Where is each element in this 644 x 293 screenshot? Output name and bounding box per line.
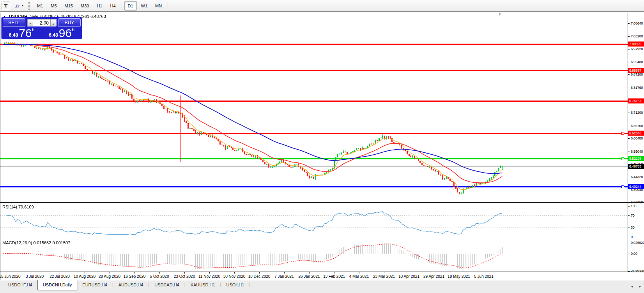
tab-usdcnh-daily[interactable]: USDCNH,Daily (37, 280, 78, 290)
date-axis-tickmark (159, 272, 160, 274)
chart-window: ▲ USDCNH,Daily 6.48367 6.48763 6.47261 6… (0, 12, 644, 280)
date-axis-tickmark (110, 272, 110, 274)
dropdown-caret-icon[interactable]: ▾ (22, 4, 23, 7)
date-axis-label: 11 Nov 2020 (198, 274, 220, 279)
price-axis-tickmark (628, 138, 630, 139)
macd-axis-tickmark (628, 243, 630, 243)
tab-scroll-right-icon[interactable]: ▸ (639, 284, 641, 288)
date-axis-tickmark (259, 272, 260, 274)
date-axis-tickmark (60, 272, 60, 274)
date-axis-tickmark (359, 272, 359, 274)
date-axis-tickmark (85, 272, 85, 274)
date-axis-tickmark (409, 272, 409, 274)
tab-audusd-h4[interactable]: AUDUSD,H4 (113, 280, 149, 289)
crayons-glyph (14, 3, 20, 9)
timeframe-button-w1[interactable]: W1 (138, 1, 151, 11)
rsi-canvas[interactable] (0, 204, 628, 238)
text-tool-button[interactable]: T (2, 2, 10, 10)
price-axis-tick: 6.87200 (631, 72, 643, 76)
buy-price-big: 96 (59, 28, 72, 38)
rsi-axis-tickmark (628, 206, 630, 207)
date-axis-label: 15 Jun 2020 (0, 274, 21, 279)
price-axis-tick: 7.03200 (631, 34, 643, 38)
sell-button[interactable]: SELL (3, 18, 25, 27)
panel-separator[interactable] (0, 239, 644, 239)
timeframe-button-m30[interactable]: M30 (77, 1, 92, 11)
price-divider (42, 28, 42, 38)
macd-axis[interactable]: 0.0256230.00-0.040687 (628, 240, 644, 272)
one-click-trading-panel: SELL ▼ 2.00 ▲ BUY 6.48766 6.48966 (1, 17, 82, 39)
panel-separator[interactable] (0, 202, 644, 203)
tab-usdcad-h4[interactable]: USDCAD,H4 (149, 280, 184, 289)
tab-usdchf-h4[interactable]: USDCHF,H4 (3, 280, 37, 289)
date-axis-label: 23 Oct 2020 (174, 274, 195, 279)
date-axis-label: 23 Mar 2021 (373, 274, 395, 279)
date-axis[interactable]: 15 Jun 20203 Jul 202022 Jul 202010 Aug 2… (0, 272, 628, 280)
macd-canvas[interactable] (0, 240, 628, 272)
toolbar-grip[interactable] (28, 2, 30, 10)
sell-price[interactable]: 6.48766 (2, 27, 41, 39)
tab-xauusd-h1[interactable]: XAUUSD,H1 (186, 280, 220, 289)
chart-tabs: USDCHF,H4USDCNH,DailyEURUSD,H4|AUDUSD,H4… (3, 280, 250, 290)
date-axis-tickmark (484, 272, 484, 274)
bid-price-label: 6.48763 (628, 164, 644, 169)
date-axis-label: 5 Oct 2020 (150, 274, 169, 279)
timeframe-button-mn[interactable]: MN (152, 1, 165, 11)
main-chart-canvas[interactable] (0, 13, 628, 202)
price-axis-tick: 6.65760 (631, 124, 643, 128)
volume-decrease-button[interactable]: ▼ (27, 19, 33, 26)
date-axis-tickmark (309, 272, 310, 274)
buy-button[interactable]: BUY (58, 18, 81, 27)
date-axis-label: 4 Mar 2021 (349, 274, 369, 279)
timeframe-buttons: M1M5M15M30H1H4D1W1MN (33, 1, 166, 11)
timeframe-button-m15[interactable]: M15 (61, 1, 76, 11)
price-level-label-6.62646: 6.62646 (628, 131, 644, 136)
crayons-icon[interactable] (13, 2, 21, 10)
timeframe-button-h1[interactable]: H1 (93, 1, 106, 11)
rsi-axis-tick: 0 (631, 235, 633, 239)
timeframe-button-h4[interactable]: H4 (106, 1, 119, 11)
price-axis-tickmark (628, 74, 630, 75)
price-axis-tick: 7.08640 (631, 21, 643, 25)
buy-price[interactable]: 6.48966 (42, 27, 81, 39)
chart-shift-marker-icon[interactable]: ▼ (498, 12, 502, 16)
date-axis-label: 29 Apr 2021 (423, 274, 444, 279)
sell-price-prefix: 6.48 (9, 32, 18, 38)
price-level-label-6.52108: 6.52108 (628, 156, 644, 161)
timeframe-button-d1[interactable]: D1 (124, 1, 137, 11)
macd-axis-tick: 0.025623 (631, 241, 644, 245)
date-axis-label: 7 Jan 2021 (274, 274, 294, 279)
date-axis-label: 18 May 2021 (448, 274, 470, 279)
date-axis-tickmark (209, 272, 210, 274)
toolbar-separator (168, 2, 168, 10)
price-axis[interactable]: 7.086407.032006.979206.924806.872006.817… (628, 13, 644, 207)
tab-scroll-buttons: ◂ ▸ (631, 284, 641, 288)
buy-price-sup: 6 (72, 26, 74, 32)
buy-price-prefix: 6.48 (49, 32, 58, 38)
macd-axis-tick: -0.040687 (631, 269, 644, 273)
rsi-axis-tick: 70 (631, 214, 635, 217)
date-axis-label: 28 Aug 2020 (99, 274, 120, 279)
price-axis-tickmark (628, 88, 630, 88)
tab-usoil-h1[interactable]: USOil,H1 (221, 280, 249, 289)
volume-input[interactable]: 2.00 (33, 19, 50, 26)
price-axis-tickmark (628, 62, 630, 62)
date-axis-label: 5 Jun 2021 (474, 274, 494, 279)
price-axis-tick: 6.55040 (631, 150, 643, 154)
date-axis-label: 13 Feb 2021 (323, 274, 345, 279)
date-axis-tickmark (434, 272, 434, 274)
sell-price-big: 76 (19, 28, 32, 38)
timeframe-button-m5[interactable]: M5 (47, 1, 60, 11)
timeframe-button-m1[interactable]: M1 (34, 1, 46, 11)
volume-increase-button[interactable]: ▲ (50, 19, 56, 26)
price-level-label-6.88897: 6.88897 (628, 68, 644, 73)
macd-label: MACD(12,26,9) 0.015652 0.001507 (2, 240, 70, 245)
sell-price-sup: 6 (32, 26, 35, 32)
date-axis-tickmark (10, 272, 10, 274)
tab-eurusd-h4[interactable]: EURUSD,H4 (77, 280, 112, 289)
rsi-axis[interactable]: 10070300 (628, 204, 644, 240)
date-axis-tickmark (459, 272, 459, 274)
rsi-axis-tickmark (628, 237, 630, 237)
tab-scroll-left-icon[interactable]: ◂ (631, 284, 633, 288)
date-axis-tickmark (35, 272, 35, 274)
